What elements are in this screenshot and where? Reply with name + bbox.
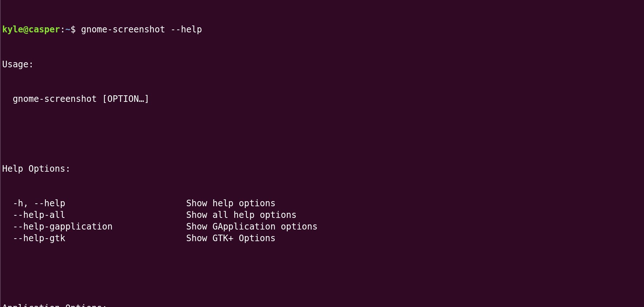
- terminal-output[interactable]: kyle@casper:~$ gnome-screenshot --help U…: [1, 0, 644, 307]
- help-option-flag: --help-all: [2, 210, 186, 220]
- help-option-desc: Show all help options: [186, 210, 297, 220]
- help-option-desc: Show GTK+ Options: [186, 233, 276, 243]
- help-option-row: --help-gapplication Show GApplication op…: [2, 221, 643, 233]
- help-options-header: Help Options:: [2, 163, 643, 175]
- usage-header: Usage:: [2, 59, 643, 71]
- app-options-header: Application Options:: [2, 303, 643, 307]
- prompt-sep1: :: [60, 24, 65, 35]
- command-text: gnome-screenshot --help: [81, 24, 202, 35]
- help-option-desc: Show help options: [186, 198, 276, 208]
- help-option-row: --help-all Show all help options: [2, 210, 643, 221]
- prompt-sep2: $: [71, 24, 81, 35]
- help-option-desc: Show GApplication options: [186, 222, 318, 232]
- prompt-path: ~: [65, 24, 70, 35]
- help-option-row: --help-gtk Show GTK+ Options: [2, 233, 643, 244]
- prompt-user: kyle@casper: [2, 24, 60, 35]
- blank-line: [2, 128, 643, 140]
- blank-line: [2, 268, 643, 279]
- help-option-flag: --help-gapplication: [2, 222, 186, 232]
- prompt-line: kyle@casper:~$ gnome-screenshot --help: [2, 24, 643, 36]
- help-option-flag: -h, --help: [2, 198, 186, 208]
- help-option-row: -h, --help Show help options: [2, 198, 643, 210]
- help-option-flag: --help-gtk: [2, 233, 186, 243]
- usage-line: gnome-screenshot [OPTION…]: [2, 93, 643, 105]
